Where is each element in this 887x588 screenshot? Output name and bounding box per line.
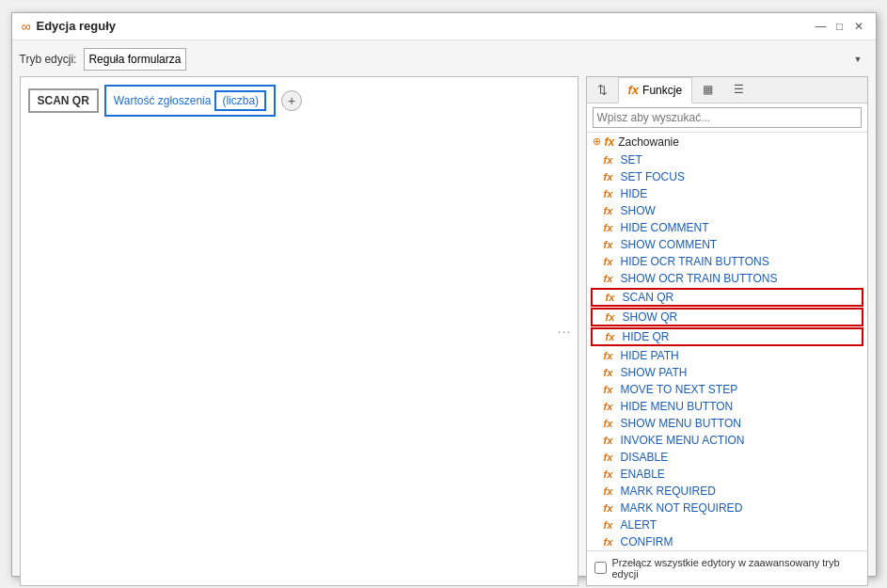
advanced-mode-label: Przełącz wszystkie edytory w zaawansowan… bbox=[612, 557, 860, 580]
func-label-hide: HIDE bbox=[621, 187, 648, 200]
func-label-set_focus: SET FOCUS bbox=[621, 170, 685, 183]
tab-sort[interactable]: ⇅ bbox=[587, 77, 618, 103]
func-item-hide_menu_button[interactable]: fxHIDE MENU BUTTON bbox=[587, 398, 867, 415]
tab-list[interactable]: ☰ bbox=[723, 77, 754, 103]
func-item-disable[interactable]: fxDISABLE bbox=[587, 449, 867, 466]
func-item-mark_required[interactable]: fxMARK REQUIRED bbox=[587, 483, 867, 500]
fx-icon: fx bbox=[604, 367, 617, 378]
mode-row: Tryb edycji: Reguła formularza Reguła gl… bbox=[20, 48, 868, 71]
func-item-show_qr[interactable]: fxSHOW QR bbox=[591, 308, 863, 326]
func-item-show_menu_button[interactable]: fxSHOW MENU BUTTON bbox=[587, 415, 867, 432]
func-label-move_to_next_step: MOVE TO NEXT STEP bbox=[621, 383, 738, 396]
func-item-scan_qr[interactable]: fxSCAN QR bbox=[591, 288, 863, 307]
fx-icon: fx bbox=[604, 154, 617, 166]
fx-icon: fx bbox=[604, 435, 617, 446]
func-item-hide[interactable]: fxHIDE bbox=[587, 185, 867, 202]
func-label-mark_not_required: MARK NOT REQUIRED bbox=[621, 501, 743, 515]
func-item-confirm[interactable]: fxCONFIRM bbox=[587, 533, 867, 550]
func-label-hide_path: HIDE PATH bbox=[621, 349, 679, 362]
func-item-enable[interactable]: fxENABLE bbox=[587, 466, 867, 483]
func-label-scan_qr: SCAN QR bbox=[623, 291, 674, 304]
func-item-hide_qr[interactable]: fxHIDE QR bbox=[591, 327, 863, 346]
fx-icon: fx bbox=[604, 171, 617, 183]
fx-icon: fx bbox=[604, 418, 617, 429]
func-label-show: SHOW bbox=[621, 204, 656, 217]
func-label-enable: ENABLE bbox=[621, 468, 665, 481]
func-label-set: SET bbox=[621, 153, 642, 167]
more-options-icon: ··· bbox=[558, 324, 572, 339]
func-label-disable: DISABLE bbox=[621, 451, 669, 464]
func-label-invoke_menu_action: INVOKE MENU ACTION bbox=[621, 434, 745, 447]
func-label-mark_required: MARK REQUIRED bbox=[621, 485, 716, 498]
func-item-hide_ocr_train_buttons[interactable]: fxHIDE OCR TRAIN BUTTONS bbox=[587, 253, 867, 270]
add-rule-button[interactable]: + bbox=[281, 90, 302, 111]
fx-icon: fx bbox=[604, 188, 617, 199]
search-input[interactable] bbox=[593, 107, 862, 128]
func-label-alert: ALERT bbox=[621, 518, 657, 532]
func-label-show_comment: SHOW COMMENT bbox=[621, 238, 718, 251]
mode-select[interactable]: Reguła formularza Reguła globalna bbox=[84, 48, 186, 71]
fx-icon: fx bbox=[604, 222, 617, 233]
group-header-zachowanie[interactable]: ⊕ fx Zachowanie bbox=[587, 133, 867, 151]
func-label-show_ocr_train_buttons: SHOW OCR TRAIN BUTTONS bbox=[621, 272, 778, 285]
main-area: SCAN QR Wartość zgłoszenia (liczba) + ··… bbox=[20, 76, 868, 586]
fx-icon: fx bbox=[604, 452, 617, 463]
func-label-hide_comment: HIDE COMMENT bbox=[621, 221, 709, 234]
func-item-hide_path[interactable]: fxHIDE PATH bbox=[587, 347, 867, 364]
func-label-hide_ocr_train_buttons: HIDE OCR TRAIN BUTTONS bbox=[621, 255, 769, 268]
table-icon: ▦ bbox=[703, 83, 713, 96]
tab-table[interactable]: ▦ bbox=[692, 77, 723, 103]
func-item-show_path[interactable]: fxSHOW PATH bbox=[587, 364, 867, 381]
func-item-invoke_menu_action[interactable]: fxINVOKE MENU ACTION bbox=[587, 432, 867, 449]
rule-builder-panel: SCAN QR Wartość zgłoszenia (liczba) + ··… bbox=[20, 76, 578, 586]
tab-funkcje[interactable]: fx Funkcje bbox=[618, 77, 693, 103]
func-item-show_ocr_train_buttons[interactable]: fxSHOW OCR TRAIN BUTTONS bbox=[587, 270, 867, 287]
dialog-body: Tryb edycji: Reguła formularza Reguła gl… bbox=[12, 40, 876, 589]
dialog-window: ∞ Edycja reguły — □ ✕ Tryb edycji: Reguł… bbox=[11, 12, 877, 577]
rule-block-scan-qr: SCAN QR bbox=[28, 88, 99, 113]
fx-icon: fx bbox=[604, 536, 617, 548]
fx-icon: fx bbox=[604, 239, 617, 250]
fx-icon: fx bbox=[604, 519, 617, 531]
group-label: Zachowanie bbox=[618, 135, 679, 149]
func-label-hide_qr: HIDE QR bbox=[623, 330, 670, 343]
title-bar-controls: — □ ✕ bbox=[814, 19, 866, 34]
func-item-set[interactable]: fxSET bbox=[587, 151, 867, 168]
fx-icon: fx bbox=[606, 311, 619, 323]
group-expand-icon: ⊕ bbox=[593, 135, 601, 148]
mode-select-wrapper: Reguła formularza Reguła globalna bbox=[84, 48, 867, 71]
fx-icon: fx bbox=[604, 205, 617, 216]
group-fx-icon: fx bbox=[605, 135, 615, 149]
panel-tabs: ⇅ fx Funkcje ▦ ☰ bbox=[587, 77, 867, 103]
close-button[interactable]: ✕ bbox=[851, 19, 866, 34]
func-label-confirm: CONFIRM bbox=[621, 535, 673, 548]
fx-icon: fx bbox=[606, 292, 619, 303]
fx-icon: fx bbox=[606, 331, 619, 342]
mode-label: Tryb edycji: bbox=[20, 53, 77, 66]
dialog-title: Edycja reguły bbox=[36, 19, 116, 33]
list-icon: ☰ bbox=[734, 83, 744, 96]
sort-icon: ⇅ bbox=[597, 83, 608, 97]
rule-builder: SCAN QR Wartość zgłoszenia (liczba) + bbox=[28, 85, 570, 117]
func-label-show_path: SHOW PATH bbox=[621, 366, 688, 379]
func-item-show[interactable]: fxSHOW bbox=[587, 202, 867, 219]
maximize-button[interactable]: □ bbox=[832, 19, 847, 34]
func-item-mark_not_required[interactable]: fxMARK NOT REQUIRED bbox=[587, 500, 867, 516]
fx-icon: fx bbox=[604, 384, 617, 395]
func-item-hide_comment[interactable]: fxHIDE COMMENT bbox=[587, 219, 867, 236]
advanced-mode-checkbox[interactable] bbox=[594, 562, 607, 574]
fx-tab-icon: fx bbox=[628, 83, 640, 97]
func-item-show_comment[interactable]: fxSHOW COMMENT bbox=[587, 236, 867, 253]
minimize-button[interactable]: — bbox=[814, 19, 829, 34]
rule-chip-type: (liczba) bbox=[214, 90, 266, 111]
functions-list: ⊕ fx Zachowanie fxSETfxSET FOCUSfxHIDEfx… bbox=[587, 133, 867, 550]
title-bar-left: ∞ Edycja reguły bbox=[22, 19, 117, 34]
fx-icon: fx bbox=[604, 401, 617, 412]
func-item-set_focus[interactable]: fxSET FOCUS bbox=[587, 168, 867, 185]
func-item-move_to_next_step[interactable]: fxMOVE TO NEXT STEP bbox=[587, 381, 867, 398]
rule-chip-label: Wartość zgłoszenia bbox=[114, 94, 212, 107]
functions-panel: ⇅ fx Funkcje ▦ ☰ bbox=[586, 76, 868, 586]
func-item-alert[interactable]: fxALERT bbox=[587, 516, 867, 533]
rule-chip-value[interactable]: Wartość zgłoszenia (liczba) bbox=[104, 85, 276, 117]
func-label-hide_menu_button: HIDE MENU BUTTON bbox=[621, 400, 734, 413]
